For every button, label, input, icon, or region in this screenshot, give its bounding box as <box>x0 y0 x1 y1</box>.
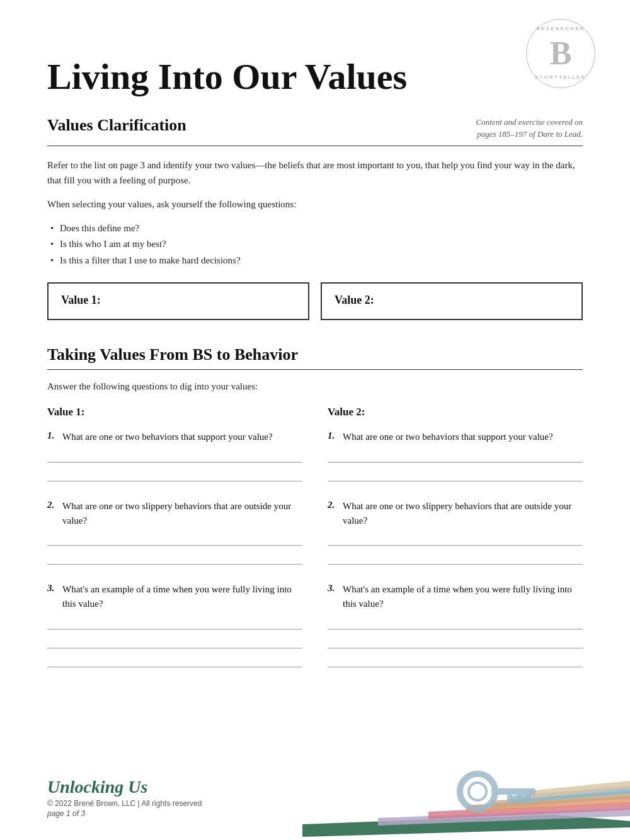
answer-line[interactable] <box>328 470 583 481</box>
value2-column: Value 2: 1. What are one or two behavior… <box>328 406 583 684</box>
q1-v1-lines <box>47 451 302 481</box>
bullet-3: Is this a filter that I use to make hard… <box>47 253 583 269</box>
bullet-2: Is this who I am at my best? <box>47 236 583 253</box>
badge-letter: B <box>550 37 572 70</box>
section1-title: Values Clarification <box>47 116 186 135</box>
q1-v2-num: 1. <box>328 430 340 441</box>
q3-v1-lines <box>47 618 302 667</box>
badge-text-bottom: STORYTELLER <box>535 74 586 80</box>
q1-value2: 1. What are one or two behaviors that su… <box>328 430 583 481</box>
footer: Unlocking Us © 2022 Brené Brown, LLC | A… <box>0 758 630 840</box>
svg-rect-11 <box>517 795 522 801</box>
q2-v1-lines <box>47 534 302 565</box>
q3-v1-text: What's an example of a time when you wer… <box>62 582 302 612</box>
value1-column: Value 1: 1. What are one or two behavior… <box>47 406 302 684</box>
answer-line[interactable] <box>328 553 583 565</box>
section1-rule <box>47 146 583 146</box>
q3-v2-text: What's an example of a time when you wer… <box>343 582 583 612</box>
answer-line[interactable] <box>47 534 302 546</box>
svg-point-7 <box>460 774 495 809</box>
footer-copyright: © 2022 Brené Brown, LLC | All rights res… <box>47 799 202 808</box>
answer-line[interactable] <box>47 637 302 648</box>
value2-label: Value 2: <box>335 294 374 306</box>
col1-title: Value 1: <box>47 406 302 418</box>
section2-rule <box>47 369 583 370</box>
q3-v1-num: 3. <box>47 582 60 594</box>
q3-v2-lines <box>328 618 583 667</box>
q3-v2-num: 3. <box>328 582 340 594</box>
value-boxes-row: Value 1: Value 2: <box>47 282 583 320</box>
bullet-1: Does this define me? <box>47 221 583 237</box>
footer-text-area: Unlocking Us © 2022 Brené Brown, LLC | A… <box>47 777 202 818</box>
col2-title: Value 2: <box>328 406 583 418</box>
section2-title: Taking Values From BS to Behavior <box>47 345 298 364</box>
main-title: Living Into Our Values <box>47 57 583 97</box>
section1-bullets: Does this define me? Is this who I am at… <box>47 221 583 269</box>
q2-v1-num: 2. <box>47 499 60 510</box>
q2-v2-lines <box>328 534 583 565</box>
value1-label: Value 1: <box>61 294 101 306</box>
section-taking-values: Taking Values From BS to Behavior Answer… <box>47 345 583 684</box>
answer-line[interactable] <box>47 656 302 667</box>
footer-brand: Unlocking Us <box>47 777 202 797</box>
svg-rect-9 <box>491 788 536 795</box>
value2-box[interactable]: Value 2: <box>321 282 583 320</box>
answer-line[interactable] <box>328 618 583 630</box>
q1-v2-text: What are one or two behaviors that suppo… <box>343 430 553 444</box>
q2-v2-text: What are one or two slippery behaviors t… <box>343 499 583 529</box>
svg-rect-10 <box>507 795 512 803</box>
svg-point-8 <box>469 783 486 800</box>
value1-box[interactable]: Value 1: <box>47 282 309 320</box>
svg-rect-12 <box>526 795 531 803</box>
page: RESEARCHER B STORYTELLER Living Into Our… <box>0 0 630 840</box>
section1-body2: When selecting your values, ask yourself… <box>47 197 583 212</box>
section1-body1: Refer to the list on page 3 and identify… <box>47 158 583 188</box>
section1-note: Content and exercise covered on pages 18… <box>476 116 583 141</box>
questions-intro: Answer the following questions to dig in… <box>47 381 583 392</box>
answer-line[interactable] <box>47 470 302 481</box>
answer-line[interactable] <box>47 451 302 463</box>
footer-page: page 1 of 3 <box>47 809 202 818</box>
q1-v2-lines <box>328 451 583 481</box>
q2-value2: 2. What are one or two slippery behavior… <box>328 499 583 565</box>
q3-value2: 3. What's an example of a time when you … <box>328 582 583 667</box>
answer-line[interactable] <box>47 618 302 630</box>
badge: RESEARCHER B STORYTELLER <box>526 19 595 88</box>
q2-v1-text: What are one or two slippery behaviors t… <box>62 499 302 529</box>
answer-line[interactable] <box>328 534 583 546</box>
q1-v1-text: What are one or two behaviors that suppo… <box>62 430 273 444</box>
q2-value1: 2. What are one or two slippery behavior… <box>47 499 302 565</box>
q3-value1: 3. What's an example of a time when you … <box>47 582 302 667</box>
key-icon <box>454 768 542 827</box>
answer-line[interactable] <box>328 637 583 648</box>
two-column-questions: Value 1: 1. What are one or two behavior… <box>47 406 583 684</box>
answer-line[interactable] <box>47 553 302 565</box>
section-values-clarification: Values Clarification Content and exercis… <box>47 116 583 321</box>
answer-line[interactable] <box>328 656 583 667</box>
answer-line[interactable] <box>328 451 583 463</box>
badge-text-top: RESEARCHER <box>536 26 585 32</box>
q2-v2-num: 2. <box>328 499 340 510</box>
q1-value1: 1. What are one or two behaviors that su… <box>47 430 302 481</box>
q1-v1-num: 1. <box>47 430 60 441</box>
